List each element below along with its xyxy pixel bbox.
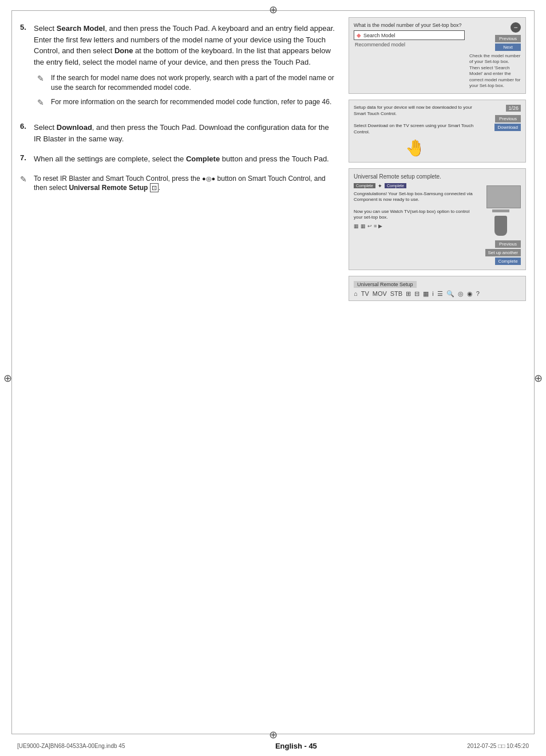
previous-button-1[interactable]: Previous: [495, 35, 521, 42]
icon-back: ↩: [367, 223, 372, 229]
icon-question: ?: [476, 290, 480, 297]
complete-header: Complete ✦ Complete: [354, 183, 477, 189]
screen-1-note: Check the model number of your Set-top b…: [469, 53, 521, 89]
step-7-number: 7.: [20, 153, 30, 165]
icon-play: ▶: [378, 223, 382, 229]
remote-small-icon: [494, 216, 507, 236]
compass-right-icon: ⊕: [534, 372, 543, 385]
step-5-content: Select Search Model, and then press the …: [34, 23, 338, 113]
screen-1-buttons: Previous Next: [469, 35, 521, 51]
setup-another-button[interactable]: Set up another: [485, 249, 521, 256]
screen-3-right: Previous Set up another Complete: [481, 183, 521, 265]
step-5-note-2: ✎ For more information on the search for…: [34, 97, 338, 109]
icon-stb: STB: [390, 290, 402, 297]
screen-2-content: Setup data for your device will now be d…: [354, 105, 521, 157]
screen-3-box: Universal Remote setup complete. Complet…: [349, 168, 526, 270]
reset-note-icon: ✎: [20, 174, 30, 193]
compass-top-icon: ⊕: [269, 3, 278, 16]
screen-3-title: Universal Remote setup complete.: [354, 173, 521, 180]
icon-list: ≡: [374, 223, 377, 229]
complete-btn-1[interactable]: Complete: [354, 183, 375, 188]
step-5-note-1: ✎ If the search for model name does not …: [34, 73, 338, 93]
circle-minus-icon: −: [511, 22, 521, 33]
complete-button-3[interactable]: Complete: [495, 258, 521, 265]
screen-1-box: What is the model number of your Set-top…: [349, 17, 526, 94]
icon-menu2: ☰: [437, 290, 443, 298]
step-7-content: When all the settings are complete, sele…: [34, 153, 338, 165]
icon-menu: ▦: [354, 223, 359, 229]
step-6: 6. Select Download, and then press the T…: [20, 122, 338, 144]
icon-home: ⌂: [354, 290, 358, 297]
tv-preview-icon: [486, 185, 521, 208]
note-icon-1: ✎: [37, 73, 48, 93]
left-column: 5. Select Search Model, and then press t…: [20, 17, 338, 307]
footer-left: [UE9000-ZA]BN68-04533A-00Eng.indb 45: [17, 743, 125, 749]
step-5-note-2-text: For more information on the search for r…: [51, 97, 331, 109]
footer-right: 2012-07-25 □□ 10:45:20: [467, 743, 529, 749]
tv-base-icon: [492, 209, 509, 212]
step-6-number: 6.: [20, 122, 30, 144]
previous-button-3[interactable]: Previous: [495, 240, 521, 248]
screen-2-text2: Select Download on the TV screen using y…: [354, 123, 476, 135]
screen-2-box: Setup data for your device will now be d…: [349, 100, 526, 163]
icon-info: i: [432, 290, 433, 297]
screen-4-title: Universal Remote Setup: [354, 281, 417, 288]
icon-movies: MOV: [373, 290, 387, 297]
search-bullet-icon: ◆: [357, 32, 361, 38]
screen-1-left: What is the model number of your Set-top…: [354, 22, 465, 89]
complete-btn-2[interactable]: Complete: [385, 183, 406, 188]
next-button-1[interactable]: Next: [495, 43, 521, 51]
progress-badge: 1/26: [506, 105, 521, 112]
icon-tv: TV: [361, 290, 369, 297]
step-5-note-1-text: If the search for model name does not wo…: [51, 73, 338, 93]
reset-note-text: To reset IR Blaster and Smart Touch Cont…: [34, 174, 338, 193]
icon-circle2: ◉: [467, 290, 473, 298]
screen-4-bar: Universal Remote Setup ⌂ TV MOV STB ⊞ ⊟ …: [349, 276, 526, 301]
two-column-layout: 5. Select Search Model, and then press t…: [20, 17, 526, 307]
footer: [UE9000-ZA]BN68-04533A-00Eng.indb 45 Eng…: [0, 742, 546, 750]
compass-bottom-icon: ⊕: [269, 729, 278, 741]
screen-3-left: Complete ✦ Complete Congratulations! You…: [354, 183, 477, 265]
reset-note: ✎ To reset IR Blaster and Smart Touch Co…: [20, 174, 338, 193]
step-5-number: 5.: [20, 23, 30, 113]
icon-input: ⊟: [414, 290, 420, 298]
screen-1-right: − Previous Next Check the model number o…: [469, 22, 521, 89]
icon-apps: ▦: [423, 290, 429, 298]
screen-3-text: Congratulations! Your Set-top box-Samsun…: [354, 191, 477, 221]
step-6-text: Select Download, and then press the Touc…: [34, 122, 338, 144]
screen-2-left: Setup data for your device will now be d…: [354, 105, 476, 157]
complete-separator-icon: ✦: [378, 183, 382, 189]
icon-search: 🔍: [446, 290, 454, 298]
note-icon-2: ✎: [37, 97, 48, 109]
right-column: What is the model number of your Set-top…: [349, 17, 526, 307]
step-6-content: Select Download, and then press the Touc…: [34, 122, 338, 144]
step-7: 7. When all the settings are complete, s…: [20, 153, 338, 165]
screen-3-content: Complete ✦ Complete Congratulations! You…: [354, 183, 521, 265]
icon-source: ⊞: [406, 290, 411, 298]
compass-left-icon: ⊕: [3, 372, 12, 385]
search-model-label: Search Model: [363, 33, 395, 38]
screen-1-content: What is the model number of your Set-top…: [354, 22, 521, 89]
hand-remote-icon: 🤚: [354, 138, 476, 157]
step-5: 5. Select Search Model, and then press t…: [20, 23, 338, 113]
screen-3-bottom-icons: ▦ ▦ ↩ ≡ ▶: [354, 223, 477, 229]
screen-4-icons: ⌂ TV MOV STB ⊞ ⊟ ▦ i ☰ 🔍 ◎ ◉ ?: [354, 290, 521, 298]
search-model-field: ◆ Search Model: [354, 30, 465, 40]
recommended-label: Recommended model: [354, 42, 465, 48]
screen-2-right: 1/26 Previous Download: [481, 105, 521, 157]
main-content: 5. Select Search Model, and then press t…: [20, 17, 526, 727]
previous-button-2[interactable]: Previous: [495, 115, 521, 122]
download-button[interactable]: Download: [494, 124, 521, 131]
step-5-text: Select Search Model, and then press the …: [34, 23, 338, 68]
step-5-notes: ✎ If the search for model name does not …: [34, 73, 338, 108]
icon-circle1: ◎: [458, 290, 464, 298]
screen-1-question: What is the model number of your Set-top…: [354, 22, 465, 28]
icon-grid: ▦: [361, 223, 366, 229]
screen-2-text1: Setup data for your device will now be d…: [354, 105, 476, 117]
step-7-text: When all the settings are complete, sele…: [34, 153, 338, 165]
footer-center: English - 45: [275, 742, 317, 750]
